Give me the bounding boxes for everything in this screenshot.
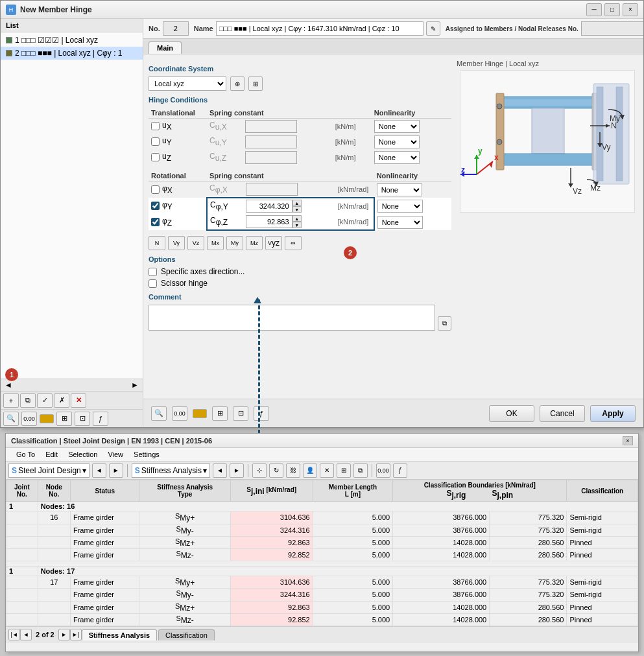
- g2-spin-1: 775.320: [490, 576, 567, 589]
- tab-classification[interactable]: Classification: [158, 629, 215, 640]
- cphiz-spin-up[interactable]: ▲: [292, 215, 302, 222]
- tb-next-btn[interactable]: ►: [109, 463, 123, 478]
- cb-phiy[interactable]: [151, 202, 160, 210]
- phix-unit: [kNm/rad]: [338, 185, 369, 193]
- uncheck-button[interactable]: ✗: [54, 393, 69, 408]
- comment-input[interactable]: [149, 305, 435, 331]
- cux-input[interactable]: [245, 120, 297, 133]
- cphiy-spin-down[interactable]: ▼: [292, 206, 302, 213]
- delete-button[interactable]: ✕: [71, 393, 86, 408]
- minimize-button[interactable]: ─: [586, 3, 602, 16]
- g1-empty-node-3: [38, 548, 70, 561]
- comment-copy-btn[interactable]: ⧉: [438, 316, 451, 331]
- cb-phix[interactable]: [151, 185, 160, 194]
- menu-selection[interactable]: Selection: [63, 449, 102, 460]
- tb-x-btn[interactable]: ✕: [320, 463, 334, 478]
- nav-next-btn[interactable]: ►: [58, 629, 70, 640]
- hinge-icon-mz[interactable]: Mz: [246, 236, 263, 250]
- footer-view-btn[interactable]: ⊡: [233, 406, 248, 421]
- hinge-icon-mx[interactable]: Mx: [207, 236, 224, 250]
- cb-phiz[interactable]: [151, 218, 160, 226]
- nonlin-phiz[interactable]: None: [377, 216, 423, 229]
- tb-grid-btn[interactable]: ⊞: [337, 463, 351, 478]
- duplicate-button[interactable]: ⧉: [20, 393, 36, 408]
- tb-user-btn[interactable]: 👤: [303, 463, 317, 478]
- footer-formula-btn[interactable]: ƒ: [254, 406, 269, 421]
- maximize-button[interactable]: □: [604, 3, 620, 16]
- tb-formula-btn[interactable]: ƒ: [393, 463, 407, 478]
- dropdown-stiffness[interactable]: S Stiffness Analysis ▾: [132, 463, 210, 478]
- search-btn[interactable]: 🔍: [3, 412, 19, 426]
- cb-specific-axes[interactable]: [149, 268, 157, 276]
- name-input[interactable]: [216, 21, 423, 36]
- hinge-icon-my[interactable]: My: [226, 236, 243, 250]
- dropdown-steel-joint[interactable]: S Steel Joint Design ▾: [8, 463, 89, 478]
- bottom-close-btn[interactable]: ×: [623, 436, 633, 445]
- nonlin-ux[interactable]: None: [374, 120, 420, 133]
- svg-text:Vz: Vz: [573, 187, 582, 196]
- nav-last-btn[interactable]: ►|: [70, 629, 82, 640]
- no-input[interactable]: [163, 21, 189, 36]
- hinge-icon-double[interactable]: ⇔: [285, 236, 302, 250]
- coord-icon-btn-1[interactable]: ⊕: [230, 76, 244, 91]
- nav-first-btn[interactable]: |◄: [8, 629, 20, 640]
- cphiz-input[interactable]: [246, 215, 292, 228]
- nav-prev-btn[interactable]: ◄: [20, 629, 32, 640]
- nonlin-uy[interactable]: None: [374, 135, 420, 148]
- cb-uy[interactable]: [151, 137, 160, 146]
- cuz-input[interactable]: [245, 151, 297, 164]
- view-btn[interactable]: ⊡: [75, 412, 90, 426]
- nonlin-phiy[interactable]: None: [377, 200, 423, 213]
- nonlin-uz[interactable]: None: [374, 151, 420, 164]
- cphiy-spin-up[interactable]: ▲: [292, 200, 302, 206]
- scroll-right[interactable]: ►: [131, 381, 139, 390]
- footer-table-btn[interactable]: ⊞: [212, 406, 228, 421]
- tab-stiffness-analysis[interactable]: Stiffness Analysis: [82, 629, 157, 640]
- assigned-input[interactable]: [581, 21, 643, 36]
- check-button[interactable]: ✓: [37, 393, 53, 408]
- menu-goto[interactable]: Go To: [11, 449, 40, 460]
- menu-settings[interactable]: Settings: [128, 449, 165, 460]
- cb-scissor-hinge[interactable]: [149, 279, 157, 288]
- footer-search-btn[interactable]: 🔍: [151, 406, 167, 421]
- coord-icon-btn-2[interactable]: ⊞: [248, 76, 263, 91]
- hinge-icon-vz[interactable]: Vz: [187, 236, 204, 250]
- cphiz-spin-down[interactable]: ▼: [292, 222, 302, 228]
- footer-zero-btn[interactable]: 0.00: [172, 406, 187, 421]
- list-item-2[interactable]: 2 □□□ ■■■ | Local xyz | Cφy : 1: [1, 47, 143, 60]
- cphix-input[interactable]: [246, 183, 298, 196]
- hinge-icon-n[interactable]: N: [149, 236, 165, 250]
- tb-stiff-prev-btn[interactable]: ◄: [213, 463, 227, 478]
- tab-main[interactable]: Main: [149, 41, 182, 54]
- scroll-left[interactable]: ◄: [5, 381, 12, 390]
- cb-ux[interactable]: [151, 122, 160, 130]
- menu-view[interactable]: View: [102, 449, 128, 460]
- menu-edit[interactable]: Edit: [40, 449, 63, 460]
- apply-button[interactable]: Apply: [590, 405, 636, 422]
- nonlin-phix[interactable]: None: [377, 183, 422, 196]
- zero-btn[interactable]: 0.00: [21, 412, 37, 426]
- color-btn[interactable]: [40, 414, 54, 423]
- tb-zero-btn[interactable]: 0.00: [376, 463, 390, 478]
- cphiy-input[interactable]: [246, 200, 292, 213]
- list-item-1[interactable]: 1 □□□ ☑☑☑ | Local xyz: [1, 34, 143, 47]
- tb-stiff-next-btn[interactable]: ►: [230, 463, 244, 478]
- edit-name-btn[interactable]: ✎: [426, 21, 440, 36]
- tb-copy-btn[interactable]: ⧉: [353, 463, 368, 478]
- tb-prev-btn[interactable]: ◄: [92, 463, 106, 478]
- hinge-icon-vy[interactable]: Vy: [168, 236, 185, 250]
- table-btn[interactable]: ⊞: [56, 412, 72, 426]
- tb-link-btn[interactable]: ⛓: [286, 463, 300, 478]
- ok-button[interactable]: OK: [489, 405, 534, 422]
- coord-sys-select[interactable]: Local xyz Global XYZ: [149, 76, 226, 91]
- cb-uz[interactable]: [151, 153, 160, 161]
- cuy-input[interactable]: [245, 135, 297, 148]
- tb-refresh-btn[interactable]: ↻: [269, 463, 283, 478]
- cancel-button[interactable]: Cancel: [540, 405, 585, 422]
- add-button[interactable]: +: [3, 393, 19, 408]
- close-button[interactable]: ×: [623, 3, 638, 16]
- hinge-icon-vyz[interactable]: Vyz: [265, 236, 282, 250]
- tb-cursor-btn[interactable]: ⊹: [252, 463, 267, 478]
- formula-btn[interactable]: ƒ: [93, 412, 108, 426]
- footer-color-btn[interactable]: [193, 409, 207, 418]
